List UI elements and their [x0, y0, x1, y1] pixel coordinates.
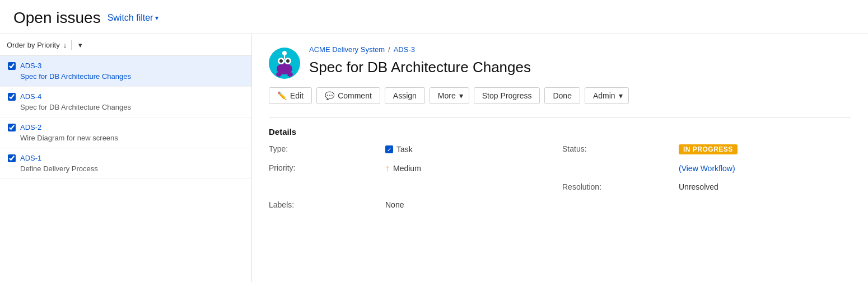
priority-icon: ↑: [385, 163, 390, 173]
assign-button[interactable]: Assign: [385, 87, 425, 104]
labels-value: None: [385, 200, 558, 209]
comment-icon: 💬: [325, 91, 334, 100]
priority-value: ↑ Medium: [385, 163, 558, 173]
sidebar-toolbar: Order by Priority ↓ ▾: [0, 34, 251, 56]
view-workflow-link[interactable]: (View Workflow): [679, 164, 735, 173]
comment-label: Comment: [338, 91, 372, 100]
issue-key-link[interactable]: ADS-3: [20, 62, 41, 70]
issue-title: Spec for DB Architecture Changes: [309, 58, 531, 77]
issue-detail-panel: ACME Delivery System / ADS-3 Spec for DB…: [252, 34, 868, 282]
done-button[interactable]: Done: [544, 87, 580, 104]
breadcrumb: ACME Delivery System / ADS-3: [309, 45, 531, 54]
action-bar: ✏️ Edit 💬 Comment Assign More ▾ Stop Pro…: [269, 87, 851, 104]
empty-label-2: [269, 182, 381, 191]
issue-item-header: ADS-3: [8, 62, 244, 70]
status-value: IN PROGRESS: [679, 144, 851, 154]
stop-progress-button[interactable]: Stop Progress: [474, 87, 540, 104]
comment-button[interactable]: 💬 Comment: [316, 87, 380, 104]
empty-value-2: [385, 182, 558, 191]
details-heading: Details: [269, 127, 851, 137]
issue-key-link[interactable]: ADS-1: [20, 154, 41, 162]
issue-item-header: ADS-1: [8, 154, 244, 162]
chevron-down-icon: ▾: [619, 91, 623, 100]
issue-item-header: ADS-2: [8, 123, 244, 131]
issue-summary: Spec for DB Architecture Changes: [20, 103, 244, 111]
svg-point-2: [276, 72, 282, 77]
issue-summary-link[interactable]: Spec for DB Architecture Changes: [20, 72, 244, 81]
project-icon: [269, 48, 300, 81]
order-by-button[interactable]: Order by Priority ↓: [7, 41, 67, 49]
empty-label: [562, 163, 674, 173]
svg-point-8: [282, 51, 287, 55]
view-workflow-label: View Workflow: [682, 164, 732, 173]
details-grid: Type: ✓ Task Status: IN PROGRESS Priorit…: [269, 144, 851, 209]
switch-filter-button[interactable]: Switch filter ▾: [108, 13, 159, 23]
issue-item-header: ADS-4: [8, 92, 244, 101]
assign-label: Assign: [393, 91, 417, 100]
switch-filter-label: Switch filter: [108, 13, 153, 23]
breadcrumb-project-link[interactable]: ACME Delivery System: [309, 45, 385, 54]
list-item[interactable]: ADS-4 Spec for DB Architecture Changes: [0, 87, 251, 117]
chevron-down-icon: ▾: [459, 91, 463, 100]
details-section: Details Type: ✓ Task Status: IN PROGRESS…: [269, 117, 851, 209]
chevron-down-icon: ▾: [155, 14, 158, 22]
issue-key-link[interactable]: ADS-2: [20, 123, 41, 131]
edit-icon: ✏️: [277, 91, 287, 100]
edit-button[interactable]: ✏️ Edit: [269, 87, 312, 104]
type-text: Task: [396, 145, 413, 154]
list-item[interactable]: ADS-1 Define Delivery Process: [0, 148, 251, 179]
type-label: Type:: [269, 144, 381, 154]
more-label: More: [438, 91, 456, 100]
status-badge: IN PROGRESS: [679, 144, 738, 154]
resolution-value: Unresolved: [679, 182, 851, 191]
issue-checkbox[interactable]: [8, 154, 16, 162]
more-button[interactable]: More ▾: [430, 87, 469, 104]
issue-list-sidebar: Order by Priority ↓ ▾ ADS-3 Spec for DB …: [0, 34, 252, 282]
issue-title-area: ACME Delivery System / ADS-3 Spec for DB…: [309, 45, 531, 77]
admin-button[interactable]: Admin ▾: [585, 87, 629, 104]
resolution-label: Resolution:: [562, 182, 674, 191]
issue-summary: Wire Diagram for new screens: [20, 134, 244, 142]
breadcrumb-issue-link[interactable]: ADS-3: [394, 45, 415, 54]
page-title: Open issues: [13, 9, 101, 27]
labels-label: Labels:: [269, 200, 381, 209]
stop-progress-label: Stop Progress: [482, 91, 532, 100]
list-item[interactable]: ADS-3 Spec for DB Architecture Changes: [0, 56, 251, 87]
task-checkbox-icon: ✓: [385, 145, 393, 153]
list-item[interactable]: ADS-2 Wire Diagram for new screens: [0, 117, 251, 148]
issue-checkbox[interactable]: [8, 93, 16, 101]
done-label: Done: [553, 91, 571, 100]
chevron-down-icon: ▾: [78, 41, 82, 49]
issue-summary: Define Delivery Process: [20, 164, 244, 173]
svg-point-7: [286, 59, 290, 63]
order-by-label: Order by Priority: [7, 41, 60, 49]
sort-desc-icon: ↓: [63, 41, 67, 49]
view-workflow-value: (View Workflow): [679, 163, 851, 173]
issue-checkbox[interactable]: [8, 124, 16, 131]
type-value: ✓ Task: [385, 144, 558, 154]
admin-label: Admin: [593, 91, 615, 100]
order-dropdown-button[interactable]: ▾: [76, 41, 85, 49]
svg-point-6: [279, 59, 283, 63]
main-layout: Order by Priority ↓ ▾ ADS-3 Spec for DB …: [0, 34, 868, 282]
svg-point-3: [287, 72, 293, 77]
priority-text: Medium: [393, 164, 421, 173]
edit-label: Edit: [290, 91, 304, 100]
breadcrumb-separator: /: [388, 45, 390, 54]
status-label: Status:: [562, 144, 674, 154]
issue-header-area: ACME Delivery System / ADS-3 Spec for DB…: [269, 45, 851, 81]
page-header: Open issues Switch filter ▾: [0, 0, 868, 34]
toolbar-divider: [71, 40, 72, 50]
priority-label: Priority:: [269, 163, 381, 173]
issue-checkbox[interactable]: [8, 62, 16, 70]
issue-key-link[interactable]: ADS-4: [20, 92, 41, 101]
